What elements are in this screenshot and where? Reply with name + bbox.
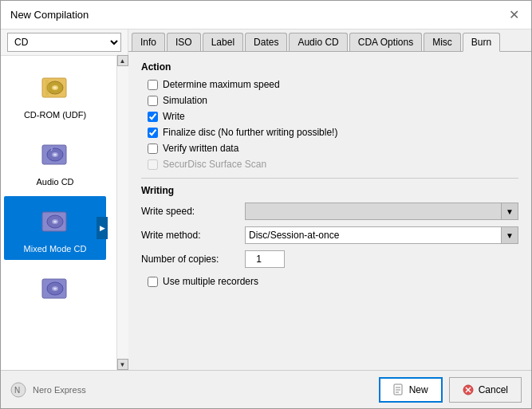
checkbox-row-verify: Verify written data	[141, 143, 518, 154]
checkbox-securdisc-label: SecurDisc Surface Scan	[163, 159, 266, 170]
bottom-left: N Nero Express	[10, 382, 86, 398]
checkbox-row-securdisc: SecurDisc Surface Scan	[141, 159, 518, 170]
selected-arrow: ▶	[97, 217, 108, 239]
multiple-recorders-row: Use multiple recorders	[141, 276, 518, 287]
checkbox-maxspeed-label: Determine maximum speed	[163, 79, 280, 90]
bottom-bar: N Nero Express New Cancel	[1, 370, 531, 408]
write-method-control: Disc/Session-at-once Track-at-once SAO/D…	[245, 226, 518, 244]
svg-point-17	[53, 288, 57, 290]
svg-point-13	[53, 221, 57, 223]
writing-section-title: Writing	[141, 185, 518, 196]
svg-text:N: N	[14, 386, 20, 395]
window-title: New Compilation	[10, 9, 89, 21]
right-panel: Info ISO Label Dates Audio CD CDA Option…	[128, 29, 531, 370]
panel-item-extra[interactable]	[4, 263, 106, 317]
writing-section: Writing Write speed: ▼ Write method:	[141, 178, 518, 287]
bottom-right: New Cancel	[379, 377, 522, 403]
scroll-track	[117, 66, 128, 359]
left-panel: CD DVD Blu-ray	[1, 29, 128, 370]
mixedmode-icon	[36, 203, 74, 241]
new-button-icon	[393, 383, 404, 396]
checkbox-row-maxspeed: Determine maximum speed	[141, 79, 518, 90]
checkbox-securdisc	[148, 159, 158, 170]
main-window: New Compilation ✕ CD DVD Blu-ray	[0, 0, 532, 409]
write-speed-control: ▼	[245, 203, 518, 220]
panel-item-mixedmode-label: Mixed Mode CD	[24, 244, 87, 254]
cancel-button-label: Cancel	[479, 384, 508, 395]
cdrom-icon	[36, 69, 74, 107]
checkbox-row-write: Write	[141, 111, 518, 122]
action-section-title: Action	[141, 61, 518, 73]
nero-express-icon: N	[10, 382, 26, 398]
checkbox-simulation[interactable]	[148, 96, 158, 106]
checkbox-row-simulation: Simulation	[141, 95, 518, 106]
new-button[interactable]: New	[379, 377, 443, 403]
tab-iso[interactable]: ISO	[167, 33, 201, 51]
title-bar: New Compilation ✕	[1, 1, 531, 29]
copies-row: Number of copies:	[141, 250, 518, 268]
panel-item-audiocd[interactable]: ♪ Audio CD	[4, 129, 106, 193]
extra-icon	[36, 269, 74, 308]
scroll-up-arrow[interactable]: ▲	[117, 55, 128, 66]
tab-misc[interactable]: Misc	[424, 33, 461, 51]
tab-cda[interactable]: CDA Options	[349, 33, 422, 51]
checkbox-finalize-label: Finalize disc (No further writing possib…	[163, 127, 337, 138]
checkbox-simulation-label: Simulation	[163, 95, 207, 106]
write-speed-row: Write speed: ▼	[141, 203, 518, 220]
write-speed-display	[245, 203, 518, 220]
write-speed-arrow[interactable]: ▼	[501, 203, 518, 220]
close-button[interactable]: ✕	[506, 7, 522, 23]
panel-item-audiocd-label: Audio CD	[36, 177, 73, 187]
new-button-label: New	[409, 384, 428, 395]
checkbox-row-finalize: Finalize disc (No further writing possib…	[141, 127, 518, 138]
nero-express-label: Nero Express	[33, 385, 86, 395]
svg-point-3	[53, 87, 57, 89]
checkbox-verify-label: Verify written data	[163, 143, 238, 154]
svg-rect-4	[45, 80, 49, 96]
panel-item-cdrom[interactable]: CD-ROM (UDF)	[4, 62, 106, 126]
panel-item-mixedmode[interactable]: Mixed Mode CD ▶	[4, 196, 106, 260]
write-speed-label: Write speed:	[141, 206, 245, 217]
scroll-down-arrow[interactable]: ▼	[117, 359, 128, 370]
checkbox-verify[interactable]	[148, 144, 158, 154]
svg-text:♪: ♪	[50, 146, 53, 151]
tab-label[interactable]: Label	[203, 33, 243, 51]
checkbox-finalize[interactable]	[148, 128, 158, 138]
write-method-select[interactable]: Disc/Session-at-once Track-at-once SAO/D…	[245, 226, 518, 244]
tab-bar: Info ISO Label Dates Audio CD CDA Option…	[128, 29, 531, 52]
left-panel-header: CD DVD Blu-ray	[1, 29, 128, 56]
tab-info[interactable]: Info	[132, 33, 165, 51]
cancel-button-icon	[463, 384, 474, 395]
write-method-row: Write method: Disc/Session-at-once Track…	[141, 226, 518, 244]
left-panel-items: CD-ROM (UDF) ♪ Audio CD	[1, 56, 128, 370]
tab-burn[interactable]: Burn	[463, 33, 500, 52]
audiocd-icon: ♪	[36, 136, 74, 174]
disc-type-select[interactable]: CD DVD Blu-ray	[7, 33, 121, 52]
left-panel-scrollbar: ▲ ▼	[116, 55, 128, 370]
copies-label: Number of copies:	[141, 254, 245, 265]
copies-input[interactable]	[245, 250, 285, 268]
cancel-button[interactable]: Cancel	[449, 377, 522, 403]
tab-dates[interactable]: Dates	[245, 33, 287, 51]
checkbox-multiple-recorders[interactable]	[148, 277, 158, 287]
write-method-label: Write method:	[141, 230, 245, 241]
checkbox-maxspeed[interactable]	[148, 80, 158, 90]
checkbox-write[interactable]	[148, 112, 158, 122]
checkbox-write-label: Write	[163, 111, 185, 122]
svg-point-8	[53, 154, 57, 156]
checkbox-multiple-recorders-label: Use multiple recorders	[163, 276, 258, 287]
panel-item-cdrom-label: CD-ROM (UDF)	[24, 110, 86, 120]
content-area: CD DVD Blu-ray	[1, 29, 531, 370]
tab-audiocd[interactable]: Audio CD	[289, 33, 347, 51]
tab-content-burn: Action Determine maximum speed Simulatio…	[128, 52, 531, 370]
